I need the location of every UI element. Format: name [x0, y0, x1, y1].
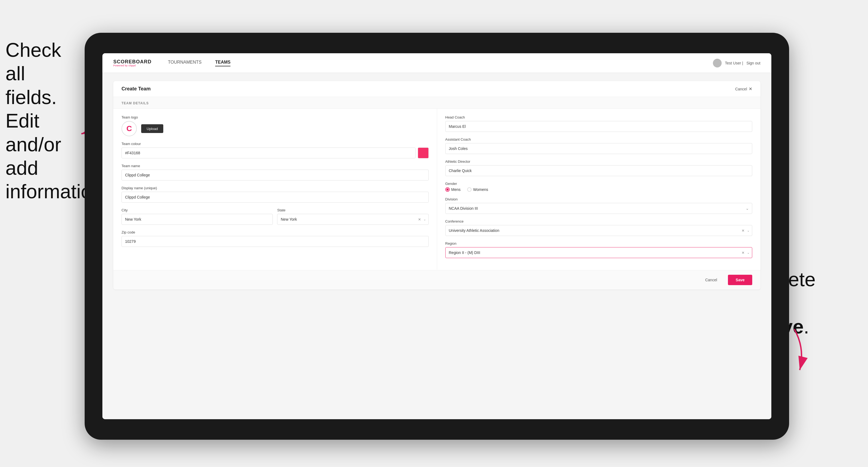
region-input[interactable] — [445, 247, 752, 258]
team-logo-field: Team logo C Upload — [122, 115, 429, 136]
state-field: State ✕ ⌄ — [277, 208, 428, 225]
division-field: Division NCAA Division III — [445, 197, 752, 214]
user-name: Test User | — [725, 61, 743, 65]
assistant-coach-field: Assistant Coach — [445, 137, 752, 154]
zip-field: Zip code — [122, 230, 429, 247]
brand: SCOREBOARD Powered by clippd — [113, 59, 152, 67]
head-coach-label: Head Coach — [445, 115, 752, 119]
gender-field: Gender Mens Womens — [445, 182, 752, 192]
team-logo-label: Team logo — [122, 115, 429, 119]
display-name-label: Display name (unique) — [122, 186, 429, 190]
team-name-field: Team name — [122, 164, 429, 181]
upload-button[interactable]: Upload — [141, 124, 163, 133]
team-name-input[interactable] — [122, 169, 429, 181]
division-label: Division — [445, 197, 752, 201]
gender-womens-dot — [467, 187, 471, 192]
brand-title: SCOREBOARD — [113, 59, 152, 64]
state-clear-icon[interactable]: ✕ — [418, 217, 421, 221]
state-label: State — [277, 208, 428, 212]
gender-mens-dot — [445, 187, 450, 192]
create-team-panel: Create Team Cancel ✕ TEAM DETAILS Team l… — [113, 81, 761, 289]
region-clear-icon[interactable]: ✕ — [742, 251, 745, 255]
team-colour-label: Team colour — [122, 142, 429, 146]
display-name-field: Display name (unique) — [122, 186, 429, 203]
city-state-row: City State ✕ ⌄ — [122, 208, 429, 230]
panel-footer: Cancel Save — [113, 270, 761, 289]
color-field-wrapper — [122, 148, 429, 158]
display-name-input[interactable] — [122, 192, 429, 203]
page-content: Create Team Cancel ✕ TEAM DETAILS Team l… — [102, 73, 771, 419]
team-name-label: Team name — [122, 164, 429, 168]
athletic-director-input[interactable] — [445, 165, 752, 176]
region-label: Region — [445, 242, 752, 246]
state-input[interactable] — [277, 214, 428, 225]
conference-input[interactable] — [445, 225, 752, 236]
form-body: Team logo C Upload Team colour — [113, 109, 761, 270]
tablet-screen: SCOREBOARD Powered by clippd TOURNAMENTS… — [102, 53, 771, 419]
team-colour-input[interactable] — [122, 148, 415, 158]
conference-select-wrapper: ✕ ⌄ — [445, 225, 752, 236]
navbar: SCOREBOARD Powered by clippd TOURNAMENTS… — [102, 53, 771, 73]
nav-tournaments[interactable]: TOURNAMENTS — [168, 60, 202, 66]
annotation-left: Check all fields. Edit and/or add inform… — [5, 38, 82, 204]
conference-field: Conference ✕ ⌄ — [445, 219, 752, 236]
city-label: City — [122, 208, 273, 212]
annotation-left-line1: Check all fields. — [5, 39, 61, 108]
athletic-director-label: Athletic Director — [445, 159, 752, 164]
user-avatar — [713, 59, 722, 67]
division-select[interactable]: NCAA Division III — [445, 203, 752, 214]
region-field: Region ✕ ⌄ — [445, 242, 752, 258]
cancel-label: Cancel — [735, 87, 747, 91]
color-swatch[interactable] — [418, 148, 429, 158]
panel-header: Create Team Cancel ✕ — [113, 81, 761, 97]
zip-input[interactable] — [122, 236, 429, 247]
gender-label: Gender — [445, 182, 752, 186]
state-select-wrapper: ✕ ⌄ — [277, 214, 428, 225]
city-input[interactable] — [122, 214, 273, 225]
nav-teams[interactable]: TEAMS — [215, 60, 230, 66]
annotation-left-line2: Edit and/or add — [5, 110, 61, 179]
head-coach-input[interactable] — [445, 121, 752, 132]
logo-area: C Upload — [122, 121, 429, 136]
assistant-coach-input[interactable] — [445, 143, 752, 154]
gender-womens-label: Womens — [473, 187, 488, 192]
close-icon: ✕ — [749, 86, 752, 92]
zip-label: Zip code — [122, 230, 429, 234]
cancel-button[interactable]: Cancel — [699, 275, 724, 285]
save-button[interactable]: Save — [728, 275, 752, 285]
gender-mens-radio[interactable]: Mens — [445, 187, 461, 192]
gender-row: Mens Womens — [445, 187, 752, 192]
region-select-wrapper: ✕ ⌄ — [445, 247, 752, 258]
team-logo-circle: C — [122, 121, 137, 136]
conference-label: Conference — [445, 219, 752, 223]
panel-close-button[interactable]: Cancel ✕ — [735, 86, 752, 92]
team-colour-field: Team colour — [122, 142, 429, 158]
assistant-coach-label: Assistant Coach — [445, 137, 752, 142]
gender-womens-radio[interactable]: Womens — [467, 187, 488, 192]
head-coach-field: Head Coach — [445, 115, 752, 132]
tablet-device: SCOREBOARD Powered by clippd TOURNAMENTS… — [85, 33, 789, 440]
form-left: Team logo C Upload Team colour — [113, 109, 437, 270]
nav-links: TOURNAMENTS TEAMS — [168, 60, 713, 66]
nav-right: Test User | Sign out — [713, 59, 761, 67]
form-right: Head Coach Assistant Coach Athletic Dire… — [437, 109, 761, 270]
panel-title: Create Team — [122, 86, 151, 92]
division-select-wrapper: NCAA Division III — [445, 203, 752, 214]
gender-mens-label: Mens — [451, 187, 461, 192]
city-field: City — [122, 208, 273, 225]
section-label: TEAM DETAILS — [113, 97, 761, 109]
sign-out-link[interactable]: Sign out — [746, 61, 761, 65]
conference-clear-icon[interactable]: ✕ — [742, 228, 745, 233]
athletic-director-field: Athletic Director — [445, 159, 752, 176]
brand-subtitle: Powered by clippd — [113, 64, 152, 67]
